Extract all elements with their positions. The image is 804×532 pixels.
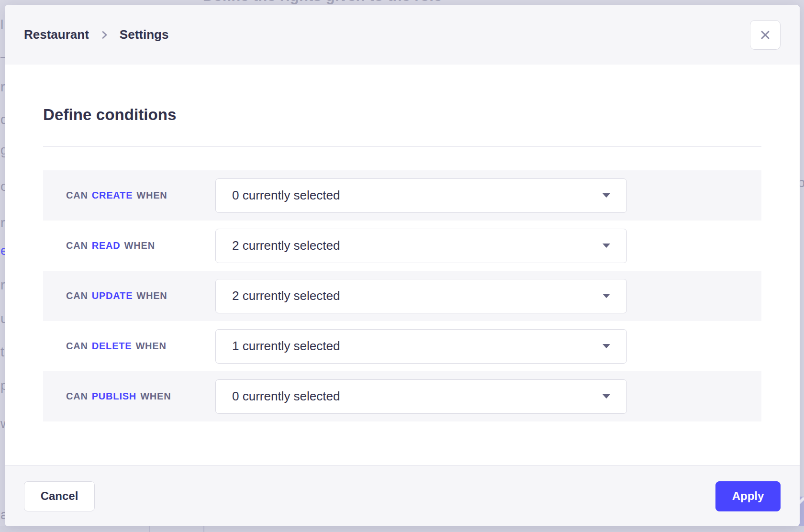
label-can: CAN bbox=[66, 391, 88, 402]
chevron-down-icon bbox=[603, 294, 610, 298]
select-value: 2 currently selected bbox=[232, 288, 340, 303]
label-when: WHEN bbox=[124, 240, 155, 251]
breadcrumb: Restaurant Settings bbox=[24, 27, 168, 42]
chevron-down-icon bbox=[603, 193, 610, 198]
condition-rows: CAN CREATE WHEN 0 currently selected CAN… bbox=[43, 170, 761, 421]
select-value: 0 currently selected bbox=[232, 389, 340, 404]
background-bottom-strip bbox=[0, 526, 804, 532]
read-conditions-select[interactable]: 2 currently selected bbox=[215, 229, 627, 263]
background-text-fragment: r bbox=[0, 80, 5, 94]
label-action-publish: PUBLISH bbox=[92, 391, 136, 402]
select-value: 2 currently selected bbox=[232, 238, 340, 253]
select-value: 0 currently selected bbox=[232, 188, 340, 203]
modal-header: Restaurant Settings bbox=[5, 5, 800, 65]
cancel-button[interactable]: Cancel bbox=[24, 481, 95, 511]
select-value: 1 currently selected bbox=[232, 339, 340, 354]
label-can: CAN bbox=[66, 190, 88, 201]
delete-conditions-select[interactable]: 1 currently selected bbox=[215, 329, 627, 364]
apply-button[interactable]: Apply bbox=[715, 481, 781, 511]
breadcrumb-item-settings[interactable]: Settings bbox=[120, 27, 169, 42]
background-text-fragment: r bbox=[0, 278, 5, 292]
label-can: CAN bbox=[66, 240, 88, 251]
condition-row-delete: CAN DELETE WHEN 1 currently selected bbox=[43, 321, 761, 371]
label-action-create: CREATE bbox=[92, 190, 133, 201]
breadcrumb-item-restaurant[interactable]: Restaurant bbox=[24, 27, 89, 42]
publish-conditions-select[interactable]: 0 currently selected bbox=[215, 379, 627, 414]
background-divider bbox=[203, 526, 204, 532]
chevron-down-icon bbox=[603, 344, 610, 348]
background-text-fragment: l bbox=[0, 18, 3, 32]
modal-title: Define conditions bbox=[43, 106, 761, 124]
condition-row-read: CAN READ WHEN 2 currently selected bbox=[43, 221, 761, 271]
modal-body: Define conditions CAN CREATE WHEN 0 curr… bbox=[5, 65, 800, 465]
condition-row-publish: CAN PUBLISH WHEN 0 currently selected bbox=[43, 371, 761, 421]
label-action-delete: DELETE bbox=[92, 341, 132, 352]
label-when: WHEN bbox=[135, 341, 166, 352]
chevron-down-icon bbox=[603, 394, 610, 399]
create-conditions-select[interactable]: 0 currently selected bbox=[215, 178, 627, 213]
condition-label: CAN DELETE WHEN bbox=[66, 341, 215, 352]
update-conditions-select[interactable]: 2 currently selected bbox=[215, 279, 627, 313]
modal-footer: Cancel Apply bbox=[5, 465, 800, 526]
close-icon bbox=[759, 28, 772, 42]
label-can: CAN bbox=[66, 290, 88, 301]
chevron-down-icon bbox=[603, 244, 610, 248]
close-button[interactable] bbox=[750, 20, 781, 50]
condition-row-create: CAN CREATE WHEN 0 currently selected bbox=[43, 170, 761, 221]
define-conditions-modal: Restaurant Settings Define conditions CA… bbox=[5, 5, 800, 526]
condition-row-update: CAN UPDATE WHEN 2 currently selected bbox=[43, 271, 761, 321]
condition-label: CAN PUBLISH WHEN bbox=[66, 391, 215, 402]
chevron-right-icon bbox=[99, 29, 110, 41]
label-when: WHEN bbox=[140, 391, 171, 402]
label-when: WHEN bbox=[136, 290, 167, 301]
background-divider bbox=[149, 526, 150, 532]
label-can: CAN bbox=[66, 341, 88, 352]
label-when: WHEN bbox=[136, 190, 167, 201]
condition-label: CAN READ WHEN bbox=[66, 240, 215, 251]
condition-label: CAN UPDATE WHEN bbox=[66, 290, 215, 301]
background-page-subtitle: Define the rights given to the role bbox=[203, 0, 442, 5]
label-action-update: UPDATE bbox=[92, 290, 133, 301]
background-text-fragment: r bbox=[0, 216, 5, 230]
title-divider bbox=[43, 146, 761, 147]
label-action-read: READ bbox=[92, 240, 121, 251]
condition-label: CAN CREATE WHEN bbox=[66, 190, 215, 201]
